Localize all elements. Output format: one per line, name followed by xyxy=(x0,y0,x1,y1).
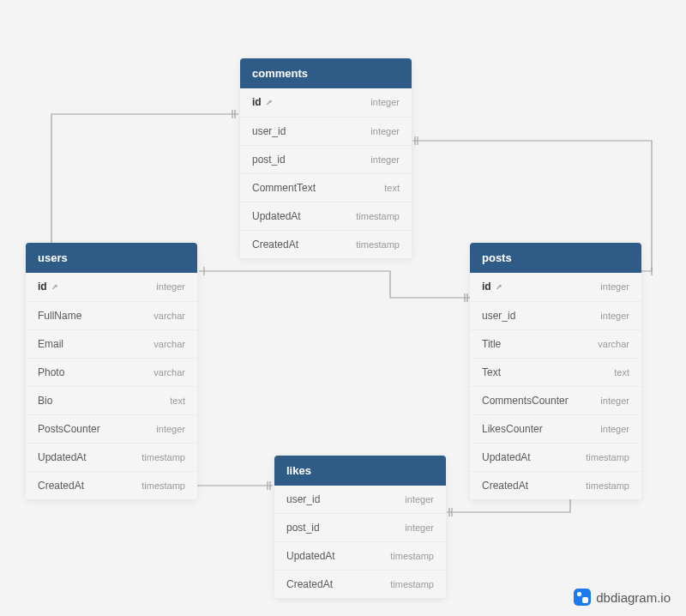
table-row[interactable]: user_idinteger xyxy=(240,118,412,146)
column-name: id xyxy=(482,281,503,293)
table-row[interactable]: post_idinteger xyxy=(274,514,446,542)
column-type: timestamp xyxy=(586,452,629,462)
column-name: CreatedAt xyxy=(286,578,333,590)
column-type: timestamp xyxy=(586,480,629,491)
table-row[interactable]: Titlevarchar xyxy=(470,330,641,359)
table-row[interactable]: Emailvarchar xyxy=(26,330,197,359)
table-row[interactable]: CreatedAttimestamp xyxy=(240,231,412,258)
column-type: timestamp xyxy=(356,239,400,250)
column-type: integer xyxy=(405,494,434,504)
column-type: integer xyxy=(405,522,434,533)
dbdiagram-logo-icon xyxy=(574,589,591,606)
column-name: CreatedAt xyxy=(38,480,84,492)
column-name: post_id xyxy=(286,522,320,534)
table-header: posts xyxy=(470,243,641,273)
column-name: PostsCounter xyxy=(38,423,100,435)
diagram-canvas[interactable]: comments idintegeruser_idintegerpost_idi… xyxy=(0,0,686,616)
column-type: varchar xyxy=(153,311,185,321)
table-likes[interactable]: likes user_idintegerpost_idintegerUpdate… xyxy=(274,456,446,598)
column-name: CommentsCounter xyxy=(482,395,569,407)
key-icon xyxy=(494,283,503,291)
column-name: UpdatedAt xyxy=(482,451,531,463)
table-row[interactable]: PostsCounterinteger xyxy=(26,415,197,444)
column-type: integer xyxy=(600,281,629,292)
column-type: integer xyxy=(600,311,629,321)
column-type: varchar xyxy=(153,367,185,377)
watermark: dbdiagram.io xyxy=(574,589,671,606)
column-name: Bio xyxy=(38,395,52,407)
table-row[interactable]: Texttext xyxy=(470,359,641,387)
column-name: Email xyxy=(38,338,63,350)
column-type: varchar xyxy=(153,339,185,349)
column-type: timestamp xyxy=(141,452,185,462)
table-row[interactable]: user_idinteger xyxy=(274,486,446,514)
column-type: integer xyxy=(156,424,185,434)
column-type: timestamp xyxy=(390,551,434,561)
key-icon xyxy=(264,99,274,106)
table-row[interactable]: UpdatedAttimestamp xyxy=(274,542,446,571)
column-name: post_id xyxy=(252,154,286,166)
column-type: integer xyxy=(370,154,400,165)
table-row[interactable]: CreatedAttimestamp xyxy=(26,472,197,499)
column-name: user_id xyxy=(252,125,286,137)
column-type: text xyxy=(170,396,185,406)
column-type: text xyxy=(614,367,629,377)
column-type: text xyxy=(384,183,400,193)
column-name: user_id xyxy=(482,310,515,322)
column-type: integer xyxy=(156,281,185,292)
column-name: UpdatedAt xyxy=(286,550,335,562)
column-name: UpdatedAt xyxy=(252,210,301,222)
table-row[interactable]: post_idinteger xyxy=(240,146,412,174)
table-row[interactable]: UpdatedAttimestamp xyxy=(26,444,197,472)
table-header: comments xyxy=(240,58,412,88)
table-posts[interactable]: posts idintegeruser_idintegerTitlevarcha… xyxy=(470,243,641,499)
column-type: integer xyxy=(370,97,400,107)
column-type: integer xyxy=(600,424,629,434)
column-type: integer xyxy=(600,396,629,406)
column-type: timestamp xyxy=(141,480,185,491)
table-row[interactable]: LikesCounterinteger xyxy=(470,415,641,444)
table-header: likes xyxy=(274,456,446,486)
table-row[interactable]: idinteger xyxy=(240,88,412,118)
table-row[interactable]: FullNamevarchar xyxy=(26,302,197,330)
column-name: FullName xyxy=(38,310,81,322)
table-row[interactable]: idinteger xyxy=(26,273,197,302)
column-name: LikesCounter xyxy=(482,423,543,435)
key-icon xyxy=(50,283,59,291)
column-type: varchar xyxy=(598,339,629,349)
column-name: Text xyxy=(482,366,501,378)
column-type: timestamp xyxy=(390,579,434,589)
column-name: CommentText xyxy=(252,182,316,194)
column-name: user_id xyxy=(286,493,320,505)
table-row[interactable]: CommentsCounterinteger xyxy=(470,387,641,415)
column-type: timestamp xyxy=(356,211,400,221)
table-row[interactable]: CommentTexttext xyxy=(240,174,412,202)
column-name: id xyxy=(252,96,274,109)
column-name: CreatedAt xyxy=(252,239,298,251)
table-row[interactable]: Biotext xyxy=(26,387,197,415)
column-name: CreatedAt xyxy=(482,480,528,492)
column-name: UpdatedAt xyxy=(38,451,87,463)
table-row[interactable]: UpdatedAttimestamp xyxy=(470,444,641,472)
table-comments[interactable]: comments idintegeruser_idintegerpost_idi… xyxy=(240,58,412,258)
column-name: Title xyxy=(482,338,501,350)
table-row[interactable]: CreatedAttimestamp xyxy=(274,571,446,598)
column-name: id xyxy=(38,281,59,293)
table-row[interactable]: UpdatedAttimestamp xyxy=(240,202,412,231)
table-row[interactable]: user_idinteger xyxy=(470,302,641,330)
table-users[interactable]: users idintegerFullNamevarcharEmailvarch… xyxy=(26,243,197,499)
table-header: users xyxy=(26,243,197,273)
table-row[interactable]: Photovarchar xyxy=(26,359,197,387)
column-name: Photo xyxy=(38,366,64,378)
table-row[interactable]: CreatedAttimestamp xyxy=(470,472,641,499)
table-row[interactable]: idinteger xyxy=(470,273,641,302)
column-type: integer xyxy=(370,126,400,136)
watermark-text: dbdiagram.io xyxy=(596,590,671,605)
